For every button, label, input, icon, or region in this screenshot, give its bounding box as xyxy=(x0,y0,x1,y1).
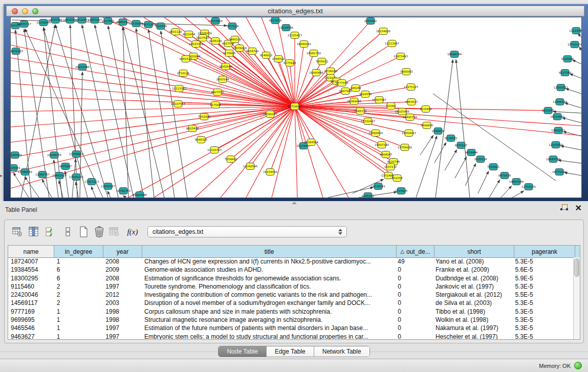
network-canvas[interactable]: 2054377114055717123385442053774616615059… xyxy=(10,17,582,198)
table-cell[interactable]: Franke et al. (2009) xyxy=(433,266,512,274)
table-cell[interactable]: Tibbo et al. (1998) xyxy=(433,308,512,316)
network-edge[interactable] xyxy=(148,29,175,198)
table-cell[interactable]: 5.3E-5 xyxy=(512,299,573,307)
table-cell[interactable]: Hescheler et al. (1997) xyxy=(433,333,512,339)
table-cell[interactable]: Nakamura et al. (1997) xyxy=(433,324,512,332)
network-edge[interactable] xyxy=(193,56,295,106)
table-cell[interactable]: 9777169 xyxy=(8,308,54,316)
table-cell[interactable]: 0 xyxy=(395,324,433,332)
table-cell[interactable]: 9465546 xyxy=(8,324,54,332)
table-cell[interactable]: 0 xyxy=(395,282,433,291)
table-row[interactable]: 1938455462009Genome-wide association stu… xyxy=(8,266,573,274)
network-edge[interactable] xyxy=(553,112,581,113)
network-edge[interactable] xyxy=(201,106,295,140)
table-cell[interactable]: Stergiakouli et al. (2012) xyxy=(433,291,512,299)
column-header-short[interactable]: short xyxy=(434,246,514,257)
table-cell[interactable]: 2 xyxy=(54,299,103,307)
table-cell[interactable]: 0 xyxy=(395,266,433,274)
table-cell[interactable]: 18724007 xyxy=(8,257,54,266)
control-panel-expand-icon[interactable]: ▸ xyxy=(0,173,3,178)
table-cell[interactable]: 5.3E-5 xyxy=(512,257,573,266)
column-header-pagerank[interactable]: pagerank xyxy=(514,246,575,257)
table-cell[interactable]: 0 xyxy=(395,316,433,324)
table-cell[interactable]: 1997 xyxy=(103,324,142,332)
table-cell[interactable]: 9463627 xyxy=(8,333,54,339)
table-cell[interactable]: 9699695 xyxy=(8,316,54,324)
table-cell[interactable]: 0 xyxy=(395,274,433,282)
table-cell[interactable]: 5.3E-5 xyxy=(512,333,573,339)
table-cell[interactable]: Dudbridge et al. (2008) xyxy=(433,274,512,282)
table-cell[interactable]: 1 xyxy=(54,324,103,332)
table-cell[interactable]: 22420046 xyxy=(8,291,54,299)
table-cell[interactable]: 1 xyxy=(54,257,103,266)
table-cell[interactable]: 5.3E-5 xyxy=(512,282,573,291)
network-edge[interactable] xyxy=(11,32,295,106)
network-edge[interactable] xyxy=(445,149,457,170)
table-cell[interactable]: 1997 xyxy=(103,333,142,339)
scrollbar-thumb[interactable] xyxy=(574,258,579,277)
network-edge[interactable] xyxy=(13,172,29,198)
table-cell[interactable]: 5.3E-5 xyxy=(512,316,573,324)
network-edge[interactable] xyxy=(123,27,128,198)
table-cell[interactable]: 0 xyxy=(395,291,433,299)
import-table-icon[interactable] xyxy=(108,226,120,238)
table-selector-dropdown[interactable]: citations_edges.txt xyxy=(147,226,347,237)
table-cell[interactable]: 0 xyxy=(395,299,433,307)
table-cell[interactable]: 5.3E-5 xyxy=(512,308,573,316)
table-cell[interactable]: 5.6E-5 xyxy=(512,266,573,274)
table-cell[interactable]: Embryonic stem cells: a model to study s… xyxy=(142,333,395,339)
table-cell[interactable]: 0 xyxy=(395,333,433,339)
table-row[interactable]: 2242004622012Investigating the contribut… xyxy=(8,291,573,299)
table-cell[interactable]: de Silva et al. (2003) xyxy=(433,299,512,307)
table-cell[interactable]: Corpus callosum shape and size in male p… xyxy=(142,308,395,316)
table-cell[interactable]: 9115460 xyxy=(8,282,54,291)
tab-node-table[interactable]: Node Table xyxy=(219,346,267,357)
network-edge[interactable] xyxy=(11,106,295,112)
network-edge[interactable] xyxy=(272,106,295,198)
new-file-icon[interactable] xyxy=(77,226,90,238)
table-row[interactable]: 1872400712008Changes of HCN gene express… xyxy=(8,257,573,266)
network-edge[interactable] xyxy=(558,160,581,163)
column-header-title[interactable]: title xyxy=(142,246,397,257)
table-cell[interactable]: 0 xyxy=(395,308,433,316)
network-edge[interactable] xyxy=(295,44,304,106)
table-cell[interactable]: 2012 xyxy=(103,291,142,299)
table-cell[interactable]: Estimation of the future numbers of pati… xyxy=(142,324,395,332)
table-cell[interactable]: 6 xyxy=(54,274,103,282)
column-header-year[interactable]: year xyxy=(103,246,142,257)
table-cell[interactable]: 2 xyxy=(54,282,103,291)
network-edge[interactable] xyxy=(295,106,297,198)
network-edge[interactable] xyxy=(295,106,303,146)
table-cell[interactable]: 19384554 xyxy=(8,266,54,274)
table-settings-icon[interactable] xyxy=(11,226,24,238)
network-edge[interactable] xyxy=(455,157,467,178)
table-cell[interactable]: 1998 xyxy=(103,308,142,316)
table-cell[interactable]: 6 xyxy=(54,266,103,274)
network-edge[interactable] xyxy=(295,106,349,198)
network-edge[interactable] xyxy=(195,106,295,198)
table-cell[interactable]: 2 xyxy=(54,291,103,299)
network-edge[interactable] xyxy=(416,136,437,198)
column-header-out_de[interactable]: △out_de... xyxy=(397,246,434,257)
network-edge[interactable] xyxy=(478,171,489,193)
table-row[interactable]: 946554611997Estimation of the future num… xyxy=(8,324,573,332)
network-edge[interactable] xyxy=(246,106,295,198)
float-panel-icon[interactable] xyxy=(560,204,568,212)
network-edge[interactable] xyxy=(456,59,470,198)
table-row[interactable]: 1456911722003Disruption of a novel membe… xyxy=(8,299,573,307)
network-view-window[interactable]: citations_edges.txt 20543771140557171233… xyxy=(4,4,588,201)
table-cell[interactable]: 1 xyxy=(54,333,103,339)
table-cell[interactable]: Jankovic et al. (1997) xyxy=(433,282,512,291)
table-cell[interactable]: Changes of HCN gene expression and I(f) … xyxy=(142,257,395,266)
table-row[interactable]: 946362711997Embryonic stem cells: a mode… xyxy=(8,333,573,339)
table-cell[interactable]: 49 xyxy=(395,257,433,266)
table-cell[interactable]: Estimation of significance thresholds fo… xyxy=(142,274,395,282)
memory-status-icon[interactable] xyxy=(574,362,582,369)
table-row[interactable]: 911546021997Tourette syndrome. Phenomeno… xyxy=(8,282,573,291)
network-graph[interactable]: 2054377114055717123385442053774616615059… xyxy=(11,17,581,198)
table-cell[interactable]: 1 xyxy=(54,308,103,316)
column-header-name[interactable]: name xyxy=(8,246,54,257)
table-cell[interactable]: 2008 xyxy=(103,274,142,282)
network-edge[interactable] xyxy=(295,106,581,126)
tab-network-table[interactable]: Network Table xyxy=(314,346,369,357)
